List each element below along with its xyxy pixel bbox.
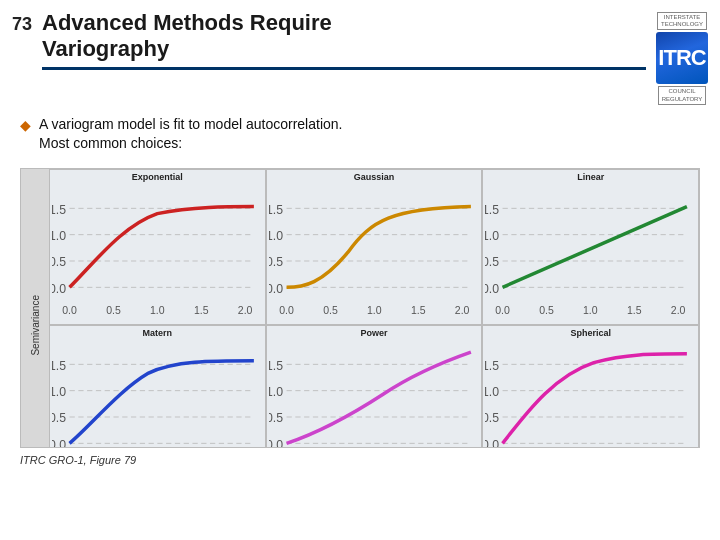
svg-text:0.0: 0.0 xyxy=(52,438,66,448)
svg-text:0.0: 0.0 xyxy=(269,438,283,448)
svg-text:0.0: 0.0 xyxy=(496,304,511,316)
svg-text:0.0: 0.0 xyxy=(485,438,499,448)
svg-text:0.0: 0.0 xyxy=(485,282,499,296)
svg-text:1.0: 1.0 xyxy=(583,304,598,316)
svg-text:1.0: 1.0 xyxy=(485,229,499,243)
svg-text:0.5: 0.5 xyxy=(485,412,499,426)
svg-text:0.0: 0.0 xyxy=(52,282,66,296)
svg-text:1.0: 1.0 xyxy=(367,304,382,316)
title-block: Advanced Methods Require Variography xyxy=(42,10,646,70)
svg-text:1.0: 1.0 xyxy=(485,385,499,399)
cell-title-linear: Linear xyxy=(485,172,696,182)
svg-text:1.5: 1.5 xyxy=(627,304,642,316)
x-axis-label: Lag Distance xyxy=(21,447,699,448)
chart-cell-gaussian: Gaussian 1.5 1.0 0.5 0.0 0.0 0.5 1.0 1.5 xyxy=(266,169,483,325)
svg-text:1.5: 1.5 xyxy=(52,359,66,373)
svg-text:0.5: 0.5 xyxy=(52,255,66,269)
cell-title-gaussian: Gaussian xyxy=(269,172,480,182)
svg-text:0.5: 0.5 xyxy=(269,255,283,269)
variogram-chart: Semivariance Exponential 1.5 1.0 0.5 0.0 xyxy=(20,168,700,448)
cell-title-power: Power xyxy=(269,328,480,338)
chart-grid: Semivariance Exponential 1.5 1.0 0.5 0.0 xyxy=(21,169,699,447)
svg-text:1.5: 1.5 xyxy=(411,304,426,316)
chart-cell-linear: Linear 1.5 1.0 0.5 0.0 0.0 0.5 1.0 1.5 xyxy=(482,169,699,325)
bullet-icon: ◆ xyxy=(20,117,31,133)
svg-line-34 xyxy=(503,207,687,288)
svg-text:0.5: 0.5 xyxy=(323,304,338,316)
svg-text:0.5: 0.5 xyxy=(106,304,121,316)
chart-cell-power: Power 1.5 1.0 0.5 0.0 0.0 0.5 1.0 1.5 xyxy=(266,325,483,448)
svg-text:2.0: 2.0 xyxy=(454,304,469,316)
bullet-text: A variogram model is fit to model autoco… xyxy=(39,115,342,154)
svg-text:1.5: 1.5 xyxy=(485,359,499,373)
svg-text:0.5: 0.5 xyxy=(539,304,554,316)
bullet-item: ◆ A variogram model is fit to model auto… xyxy=(20,115,700,154)
cell-title-matern: Matern xyxy=(52,328,263,338)
svg-text:0.5: 0.5 xyxy=(269,412,283,426)
svg-text:0.0: 0.0 xyxy=(269,282,283,296)
logo-main: ITRC xyxy=(656,32,708,84)
svg-text:1.5: 1.5 xyxy=(269,203,283,217)
svg-text:1.0: 1.0 xyxy=(52,385,66,399)
logo-area: INTERSTATE TECHNOLOGY ITRC COUNCIL REGUL… xyxy=(656,12,708,105)
y-axis-label: Semivariance xyxy=(21,169,49,448)
svg-text:1.5: 1.5 xyxy=(52,203,66,217)
cell-title-spherical: Spherical xyxy=(485,328,696,338)
svg-text:1.0: 1.0 xyxy=(269,385,283,399)
svg-text:0.5: 0.5 xyxy=(485,255,499,269)
svg-text:1.5: 1.5 xyxy=(269,359,283,373)
logo-badge-bottom: COUNCIL REGULATORY xyxy=(658,86,707,104)
chart-cell-matern: Matern 1.5 1.0 0.5 0.0 0.0 0.5 1.0 1.5 xyxy=(49,325,266,448)
content-area: ◆ A variogram model is fit to model auto… xyxy=(0,105,720,164)
svg-text:0.0: 0.0 xyxy=(62,304,77,316)
footer: ITRC GRO-1, Figure 79 xyxy=(0,452,720,468)
svg-text:1.5: 1.5 xyxy=(485,203,499,217)
svg-text:1.0: 1.0 xyxy=(150,304,165,316)
svg-text:1.5: 1.5 xyxy=(194,304,209,316)
svg-text:2.0: 2.0 xyxy=(671,304,686,316)
svg-text:2.0: 2.0 xyxy=(238,304,253,316)
chart-cell-spherical: Spherical 1.5 1.0 0.5 0.0 0.0 0.5 1.0 1.… xyxy=(482,325,699,448)
chart-cell-exponential: Exponential 1.5 1.0 0.5 0.0 0.0 xyxy=(49,169,266,325)
slide-page: 73 Advanced Methods Require Variography … xyxy=(0,0,720,540)
logo-badge-top: INTERSTATE TECHNOLOGY xyxy=(657,12,707,30)
svg-text:0.0: 0.0 xyxy=(279,304,294,316)
cell-title-exponential: Exponential xyxy=(52,172,263,182)
header: 73 Advanced Methods Require Variography … xyxy=(0,0,720,105)
svg-text:1.0: 1.0 xyxy=(52,229,66,243)
svg-text:0.5: 0.5 xyxy=(52,412,66,426)
slide-number: 73 xyxy=(12,14,32,35)
svg-text:1.0: 1.0 xyxy=(269,229,283,243)
slide-title: Advanced Methods Require Variography xyxy=(42,10,646,63)
title-underline xyxy=(42,67,646,70)
